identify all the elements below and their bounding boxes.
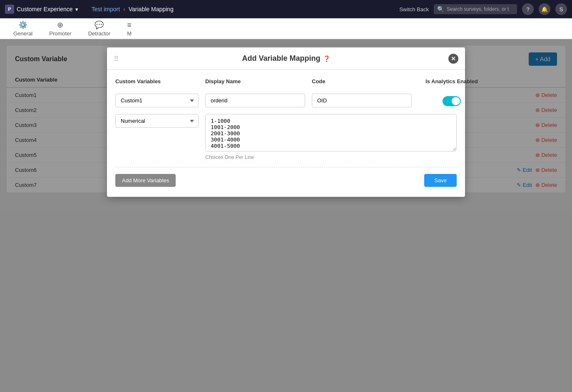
brand: P Customer Experience ▾ (5, 5, 78, 14)
brand-icon: P (5, 5, 14, 14)
display-name-col: Display Name (205, 78, 305, 87)
type-select-col: Numerical Text Date (115, 114, 199, 160)
custom-variable-input-col: Custom1 Custom2 Custom3 (115, 94, 199, 107)
analytics-col: Is Analytics Enabled (418, 78, 485, 87)
sub-navbar: ⚙️ General ⊕ Promoter 💬 Detractor ≡ M (0, 18, 572, 39)
promoter-icon: ⊕ (57, 20, 63, 30)
main-content: Custom Variable + Add Custom Variable Di… (0, 39, 572, 392)
choices-textarea[interactable]: 1-1000 1001-2000 2001-3000 3001-4000 400… (205, 114, 457, 151)
breadcrumb-link[interactable]: Test import (92, 6, 120, 12)
breadcrumb-separator: › (123, 6, 125, 12)
code-col: Code (312, 78, 412, 87)
analytics-toggle-wrap (418, 94, 485, 106)
breadcrumb: Test import › Variable Mapping (83, 6, 395, 12)
modal-header: ⠿ Add Variable Mapping ❓ ✕ (107, 47, 465, 70)
code-input[interactable] (312, 94, 412, 107)
detractor-icon: 💬 (95, 20, 104, 30)
code-label: Code (312, 78, 412, 84)
custom-variables-label: Custom Variables (115, 78, 199, 84)
form-inputs-row: Custom1 Custom2 Custom3 (115, 94, 457, 107)
code-input-col (312, 94, 412, 107)
sidebar-item-promoter[interactable]: ⊕ Promoter (42, 19, 78, 38)
notifications-icon[interactable]: 🔔 (539, 3, 550, 15)
analytics-toggle-col (418, 94, 485, 106)
modal-divider (115, 167, 457, 167)
switch-back-link[interactable]: Switch Back (399, 6, 429, 12)
analytics-label: Is Analytics Enabled (418, 78, 485, 84)
top-navbar: P Customer Experience ▾ Test import › Va… (0, 0, 572, 18)
help-icon[interactable]: ? (522, 3, 534, 15)
modal-body: Custom Variables Display Name Code Is An… (107, 70, 465, 197)
sidebar-item-detractor[interactable]: 💬 Detractor (82, 19, 117, 38)
sidebar-item-general[interactable]: ⚙️ General (7, 19, 39, 38)
more-label: M (127, 30, 132, 37)
save-button[interactable]: Save (424, 174, 457, 187)
add-more-variables-button[interactable]: Add More Variables (115, 174, 176, 187)
chevron-down-icon: ▾ (75, 6, 78, 12)
modal-footer: Add More Variables Save (115, 174, 457, 189)
toggle-knob (452, 97, 460, 105)
display-name-input-col (205, 94, 305, 107)
drag-handle-icon[interactable]: ⠿ (114, 55, 119, 62)
search-input[interactable] (447, 6, 509, 12)
modal-overlay: ⠿ Add Variable Mapping ❓ ✕ Custom Variab… (0, 39, 572, 392)
search-icon: 🔍 (437, 6, 444, 12)
form-labels-row: Custom Variables Display Name Code Is An… (115, 78, 457, 87)
sidebar-item-more[interactable]: ≡ M (120, 19, 138, 38)
close-button[interactable]: ✕ (448, 54, 458, 64)
form-choices-row: Numerical Text Date 1-1000 1001-2000 200… (115, 114, 457, 160)
search-box: 🔍 (434, 4, 517, 14)
display-name-label: Display Name (205, 78, 305, 84)
project-name[interactable]: Customer Experience (17, 6, 73, 12)
detractor-label: Detractor (88, 30, 110, 37)
help-circle-icon[interactable]: ❓ (323, 55, 330, 62)
modal: ⠿ Add Variable Mapping ❓ ✕ Custom Variab… (107, 47, 465, 197)
modal-title: Add Variable Mapping (242, 54, 320, 63)
general-icon: ⚙️ (18, 20, 27, 30)
choices-hint: Choices One Per Line (205, 154, 457, 160)
more-icon: ≡ (127, 21, 132, 30)
custom-variable-select[interactable]: Custom1 Custom2 Custom3 (115, 94, 199, 107)
type-select[interactable]: Numerical Text Date (115, 114, 199, 128)
display-name-input[interactable] (205, 94, 305, 107)
nav-right: Switch Back 🔍 ? 🔔 S (399, 3, 567, 15)
user-avatar[interactable]: S (555, 3, 567, 15)
promoter-label: Promoter (49, 30, 71, 37)
general-label: General (13, 30, 32, 37)
choices-col: 1-1000 1001-2000 2001-3000 3001-4000 400… (205, 114, 457, 160)
analytics-toggle[interactable] (443, 96, 461, 106)
custom-variable-col: Custom Variables (115, 78, 199, 87)
breadcrumb-current: Variable Mapping (129, 6, 174, 12)
